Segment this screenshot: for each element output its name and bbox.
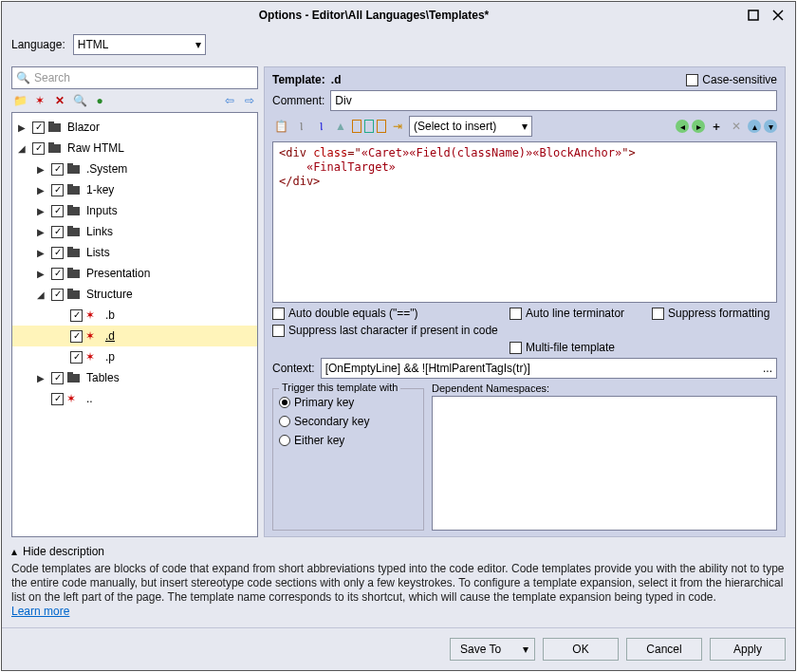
caret-icon[interactable]: ⇥ [389,118,406,135]
new-folder-icon[interactable]: 📁 [11,92,28,109]
tree-leaf-b[interactable]: ✶.b [12,305,257,326]
tree-node-1key[interactable]: ▶1-key [12,179,257,200]
main-split: 🔍 Search 📁 ✶ ✕ 🔍 ● ⇦ ⇨ ▶Blazor ◢Raw HTML… [2,61,795,537]
tree-node-raw-html[interactable]: ◢Raw HTML [12,138,257,159]
move-down-icon[interactable]: ▾ [764,120,777,133]
block3-icon[interactable] [377,120,386,133]
ok-button[interactable]: OK [543,638,619,661]
suppress-formatting-checkbox[interactable]: Suppress formatting [652,307,775,320]
code-editor[interactable]: <div class="«Caret»«Field(className)»«Bl… [272,141,777,303]
svg-rect-14 [67,226,73,229]
comment-input[interactable]: Div [330,90,777,111]
tree-node-lists[interactable]: ▶Lists [12,242,257,263]
learn-more-link[interactable]: Learn more [11,605,69,618]
checkbox[interactable] [51,268,64,280]
expand-icon[interactable]: ▶ [37,269,48,279]
description-text: Code templates are blocks of code that e… [11,562,786,605]
secondary-key-radio[interactable]: Secondary key [279,412,417,431]
radio-icon [279,397,290,408]
expand-icon[interactable]: ▶ [37,373,48,383]
template-label: Template: [272,73,325,86]
expand-icon[interactable]: ▶ [37,227,48,237]
svg-rect-20 [67,289,73,291]
checkbox[interactable] [51,289,64,301]
confirm-icon[interactable]: ● [91,92,108,109]
find-icon[interactable]: 🔍 [71,92,88,109]
checkbox[interactable] [51,184,64,196]
ellipsis-button[interactable]: ... [763,362,772,375]
expand-icon[interactable]: ▶ [37,206,48,216]
search-input[interactable]: 🔍 Search [11,66,258,89]
search-placeholder: Search [34,71,70,84]
new-template-icon[interactable]: ✶ [31,92,48,109]
description-toggle[interactable]: ▴ Hide description [11,545,786,558]
multi-file-checkbox[interactable]: Multi-file template [510,341,775,354]
tree-node-presentation[interactable]: ▶Presentation [12,263,257,284]
nav-forward-icon[interactable]: ⇨ [241,92,258,109]
block1-icon[interactable] [352,120,361,133]
svg-rect-17 [67,270,80,278]
apply-button[interactable]: Apply [710,638,786,661]
tree-leaf-d[interactable]: ✶.d [12,326,257,346]
save-to-button[interactable]: Save To▾ [450,638,535,661]
template-tree[interactable]: ▶Blazor ◢Raw HTML ▶.System ▶1-key ▶Input… [11,112,258,537]
expand-icon[interactable]: ▶ [18,122,29,133]
checkbox[interactable] [70,330,83,343]
tree-node-structure[interactable]: ◢Structure [12,284,257,305]
checkbox[interactable] [70,309,83,322]
auto-line-checkbox[interactable]: Auto line terminator [510,307,652,320]
checkbox[interactable] [32,121,45,134]
tree-node-links[interactable]: ▶Links [12,221,257,242]
suppress-last-checkbox[interactable]: Suppress last character if present in co… [272,324,652,337]
close-icon[interactable] [769,6,788,25]
expand-icon[interactable]: ▶ [37,248,48,258]
case-sensitive-checkbox[interactable]: Case-sensitive [686,73,777,86]
add-icon[interactable]: ＋ [708,118,725,135]
tree-node-inputs[interactable]: ▶Inputs [12,200,257,221]
primary-key-radio[interactable]: Primary key [279,393,417,412]
search-icon: 🔍 [16,71,30,84]
checkbox[interactable] [51,247,64,259]
context-input[interactable]: [OnEmptyLine] && ![HtmlParentTagIs(tr)] … [321,358,777,379]
dependent-namespaces-list[interactable] [432,396,777,531]
expand-icon[interactable]: ▶ [37,164,48,175]
trigger-group: Trigger this template with Primary key S… [272,388,424,531]
svg-rect-22 [67,372,73,375]
checkbox[interactable] [51,372,64,384]
cursor-icon[interactable]: Ⲓ [292,118,309,135]
nav-prev-icon[interactable]: ◂ [676,120,689,133]
checkbox[interactable] [51,393,64,405]
delete-icon[interactable]: ✕ [51,92,68,109]
tree-node-tables[interactable]: ▶Tables [12,367,257,388]
checkbox[interactable] [32,142,45,155]
tree-leaf-dots[interactable]: ✶.. [12,388,257,409]
code-toolbar: 📋 Ⲓ Ⲓ ▲ ⇥ (Select to insert)▾ ◂ ▸ ＋ ✕ ▴ … [272,115,777,138]
collapse-icon[interactable]: ◢ [18,143,29,154]
tree-node-system[interactable]: ▶.System [12,159,257,179]
folder-icon [66,267,82,280]
nav-next-icon[interactable]: ▸ [692,120,705,133]
either-key-radio[interactable]: Either key [279,431,417,450]
auto-double-checkbox[interactable]: Auto double equals ("==") [272,307,510,320]
move-up-icon[interactable]: ▴ [748,120,761,133]
copy-icon[interactable]: 📋 [272,118,289,135]
folder-icon [66,162,82,176]
insert-select[interactable]: (Select to insert)▾ [409,116,532,137]
nav-back-icon[interactable]: ⇦ [221,92,238,109]
cursor2-icon[interactable]: Ⲓ [312,118,329,135]
expand-icon[interactable]: ▶ [37,185,48,196]
tree-leaf-p[interactable]: ✶.p [12,346,257,367]
checkbox[interactable] [51,205,64,217]
tree-node-blazor[interactable]: ▶Blazor [12,117,257,138]
cancel-button[interactable]: Cancel [626,638,702,661]
checkbox[interactable] [51,163,64,176]
block2-icon[interactable] [364,120,374,133]
language-label: Language: [11,38,65,51]
maximize-icon[interactable] [744,6,763,25]
triangle-icon[interactable]: ▲ [332,118,349,135]
collapse-icon[interactable]: ◢ [37,289,48,300]
checkbox[interactable] [70,351,83,364]
language-select[interactable]: HTML ▾ [73,34,206,55]
checkbox[interactable] [51,226,64,238]
remove-icon[interactable]: ✕ [728,118,745,135]
